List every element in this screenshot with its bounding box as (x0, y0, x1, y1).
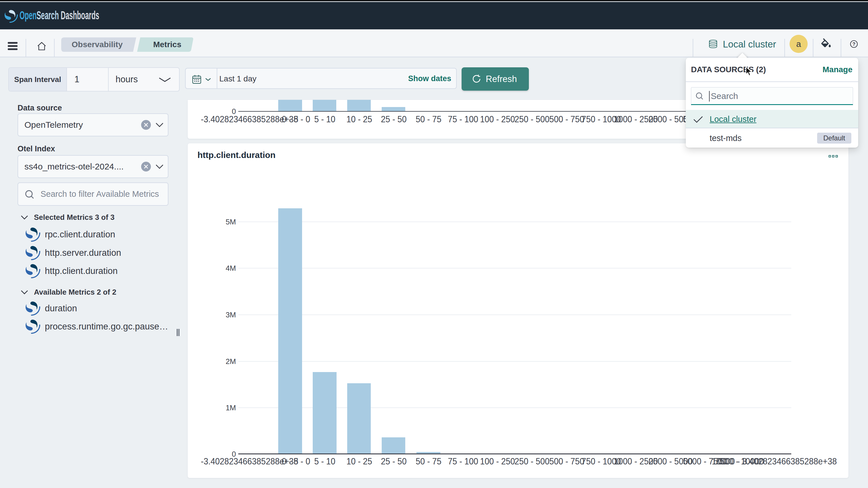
svg-text:?: ? (852, 41, 855, 47)
